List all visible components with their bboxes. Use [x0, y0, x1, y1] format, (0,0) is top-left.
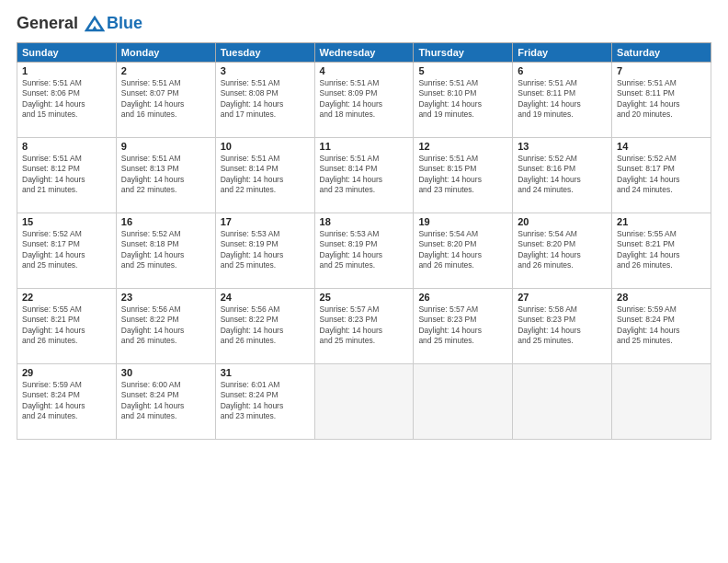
day-detail: Sunrise: 5:52 AMSunset: 8:16 PMDaylight:…: [518, 154, 607, 196]
calendar-cell: 11Sunrise: 5:51 AMSunset: 8:14 PMDayligh…: [314, 137, 414, 213]
day-number: 22: [22, 292, 111, 303]
header: General Blue: [17, 15, 711, 33]
day-number: 16: [121, 216, 210, 227]
day-number: 2: [121, 65, 210, 76]
day-number: 24: [221, 292, 310, 303]
calendar-cell: 2Sunrise: 5:51 AMSunset: 8:07 PMDaylight…: [116, 62, 215, 137]
day-detail: Sunrise: 5:51 AMSunset: 8:09 PMDaylight:…: [320, 78, 409, 121]
calendar-cell: 18Sunrise: 5:53 AMSunset: 8:19 PMDayligh…: [314, 213, 414, 288]
day-number: 30: [121, 367, 210, 378]
day-detail: Sunrise: 5:51 AMSunset: 8:07 PMDaylight:…: [121, 78, 210, 121]
day-number: 26: [418, 292, 507, 303]
calendar-cell: 30Sunrise: 6:00 AMSunset: 8:24 PMDayligh…: [116, 363, 215, 439]
day-number: 7: [617, 65, 706, 76]
day-detail: Sunrise: 5:59 AMSunset: 8:24 PMDaylight:…: [617, 304, 706, 347]
calendar-cell: 5Sunrise: 5:51 AMSunset: 8:10 PMDaylight…: [414, 62, 513, 137]
day-number: 29: [22, 367, 111, 378]
calendar-cell: 23Sunrise: 5:56 AMSunset: 8:22 PMDayligh…: [116, 288, 215, 363]
day-number: 31: [221, 367, 310, 378]
day-detail: Sunrise: 5:51 AMSunset: 8:08 PMDaylight:…: [221, 78, 310, 121]
calendar-cell: 15Sunrise: 5:52 AMSunset: 8:17 PMDayligh…: [17, 213, 117, 288]
day-detail: Sunrise: 5:55 AMSunset: 8:21 PMDaylight:…: [22, 304, 111, 347]
calendar-cell: 8Sunrise: 5:51 AMSunset: 8:12 PMDaylight…: [17, 137, 117, 213]
weekday-monday: Monday: [116, 42, 215, 62]
day-detail: Sunrise: 5:57 AMSunset: 8:23 PMDaylight:…: [418, 304, 507, 347]
calendar-cell: 1Sunrise: 5:51 AMSunset: 8:06 PMDaylight…: [17, 62, 117, 137]
day-detail: Sunrise: 5:56 AMSunset: 8:22 PMDaylight:…: [121, 304, 210, 347]
day-number: 28: [617, 292, 706, 303]
day-detail: Sunrise: 5:51 AMSunset: 8:06 PMDaylight:…: [22, 78, 111, 121]
day-detail: Sunrise: 5:51 AMSunset: 8:11 PMDaylight:…: [617, 78, 706, 121]
day-detail: Sunrise: 5:59 AMSunset: 8:24 PMDaylight:…: [22, 380, 111, 422]
calendar-cell: [414, 363, 513, 439]
day-detail: Sunrise: 5:51 AMSunset: 8:14 PMDaylight:…: [221, 154, 310, 196]
day-detail: Sunrise: 5:57 AMSunset: 8:23 PMDaylight:…: [320, 304, 409, 347]
day-number: 8: [22, 141, 111, 152]
day-number: 13: [518, 141, 607, 152]
week-row-4: 22Sunrise: 5:55 AMSunset: 8:21 PMDayligh…: [17, 288, 711, 363]
day-detail: Sunrise: 5:51 AMSunset: 8:12 PMDaylight:…: [22, 154, 111, 196]
day-number: 10: [221, 141, 310, 152]
day-number: 6: [518, 65, 607, 76]
calendar-cell: 14Sunrise: 5:52 AMSunset: 8:17 PMDayligh…: [612, 137, 711, 213]
day-detail: Sunrise: 5:54 AMSunset: 8:20 PMDaylight:…: [418, 229, 507, 271]
week-row-3: 15Sunrise: 5:52 AMSunset: 8:17 PMDayligh…: [17, 213, 711, 288]
calendar-cell: 4Sunrise: 5:51 AMSunset: 8:09 PMDaylight…: [314, 62, 414, 137]
logo-icon: [85, 16, 105, 32]
day-number: 21: [617, 216, 706, 227]
week-row-1: 1Sunrise: 5:51 AMSunset: 8:06 PMDaylight…: [17, 62, 711, 137]
week-row-5: 29Sunrise: 5:59 AMSunset: 8:24 PMDayligh…: [17, 363, 711, 439]
calendar-cell: 25Sunrise: 5:57 AMSunset: 8:23 PMDayligh…: [314, 288, 414, 363]
weekday-header-row: SundayMondayTuesdayWednesdayThursdayFrid…: [17, 42, 711, 62]
weekday-tuesday: Tuesday: [215, 42, 314, 62]
day-detail: Sunrise: 6:00 AMSunset: 8:24 PMDaylight:…: [121, 380, 210, 422]
day-detail: Sunrise: 5:51 AMSunset: 8:14 PMDaylight:…: [320, 154, 409, 196]
logo-general: General: [17, 14, 78, 32]
week-row-2: 8Sunrise: 5:51 AMSunset: 8:12 PMDaylight…: [17, 137, 711, 213]
calendar-cell: 22Sunrise: 5:55 AMSunset: 8:21 PMDayligh…: [17, 288, 117, 363]
logo-blue: Blue: [107, 15, 142, 33]
calendar-cell: 21Sunrise: 5:55 AMSunset: 8:21 PMDayligh…: [612, 213, 711, 288]
day-number: 17: [221, 216, 310, 227]
day-number: 4: [320, 65, 409, 76]
calendar-cell: 7Sunrise: 5:51 AMSunset: 8:11 PMDaylight…: [612, 62, 711, 137]
day-detail: Sunrise: 5:51 AMSunset: 8:15 PMDaylight:…: [418, 154, 507, 196]
day-detail: Sunrise: 5:52 AMSunset: 8:17 PMDaylight:…: [617, 154, 706, 196]
day-detail: Sunrise: 5:54 AMSunset: 8:20 PMDaylight:…: [518, 229, 607, 271]
calendar-cell: 9Sunrise: 5:51 AMSunset: 8:13 PMDaylight…: [116, 137, 215, 213]
calendar-cell: 19Sunrise: 5:54 AMSunset: 8:20 PMDayligh…: [414, 213, 513, 288]
day-number: 12: [418, 141, 507, 152]
calendar-cell: 13Sunrise: 5:52 AMSunset: 8:16 PMDayligh…: [513, 137, 612, 213]
day-detail: Sunrise: 5:55 AMSunset: 8:21 PMDaylight:…: [617, 229, 706, 271]
weekday-sunday: Sunday: [17, 42, 117, 62]
calendar-cell: 10Sunrise: 5:51 AMSunset: 8:14 PMDayligh…: [215, 137, 314, 213]
calendar-cell: 29Sunrise: 5:59 AMSunset: 8:24 PMDayligh…: [17, 363, 117, 439]
calendar-cell: 3Sunrise: 5:51 AMSunset: 8:08 PMDaylight…: [215, 62, 314, 137]
calendar-cell: 20Sunrise: 5:54 AMSunset: 8:20 PMDayligh…: [513, 213, 612, 288]
logo: General Blue: [17, 15, 142, 33]
day-detail: Sunrise: 5:53 AMSunset: 8:19 PMDaylight:…: [221, 229, 310, 271]
weekday-saturday: Saturday: [612, 42, 711, 62]
day-number: 1: [22, 65, 111, 76]
calendar-cell: 31Sunrise: 6:01 AMSunset: 8:24 PMDayligh…: [215, 363, 314, 439]
calendar-cell: 27Sunrise: 5:58 AMSunset: 8:23 PMDayligh…: [513, 288, 612, 363]
day-detail: Sunrise: 5:56 AMSunset: 8:22 PMDaylight:…: [221, 304, 310, 347]
calendar-cell: 26Sunrise: 5:57 AMSunset: 8:23 PMDayligh…: [414, 288, 513, 363]
day-number: 25: [320, 292, 409, 303]
day-detail: Sunrise: 5:51 AMSunset: 8:11 PMDaylight:…: [518, 78, 607, 121]
calendar-cell: 24Sunrise: 5:56 AMSunset: 8:22 PMDayligh…: [215, 288, 314, 363]
day-number: 19: [418, 216, 507, 227]
calendar-cell: [612, 363, 711, 439]
calendar-cell: [314, 363, 414, 439]
day-detail: Sunrise: 5:58 AMSunset: 8:23 PMDaylight:…: [518, 304, 607, 347]
day-detail: Sunrise: 5:51 AMSunset: 8:10 PMDaylight:…: [418, 78, 507, 121]
calendar-cell: 16Sunrise: 5:52 AMSunset: 8:18 PMDayligh…: [116, 213, 215, 288]
svg-marker-1: [92, 26, 97, 30]
day-number: 23: [121, 292, 210, 303]
day-number: 5: [418, 65, 507, 76]
calendar-cell: 28Sunrise: 5:59 AMSunset: 8:24 PMDayligh…: [612, 288, 711, 363]
day-detail: Sunrise: 5:51 AMSunset: 8:13 PMDaylight:…: [121, 154, 210, 196]
calendar-table: SundayMondayTuesdayWednesdayThursdayFrid…: [17, 42, 711, 440]
calendar-cell: [513, 363, 612, 439]
calendar-cell: 12Sunrise: 5:51 AMSunset: 8:15 PMDayligh…: [414, 137, 513, 213]
